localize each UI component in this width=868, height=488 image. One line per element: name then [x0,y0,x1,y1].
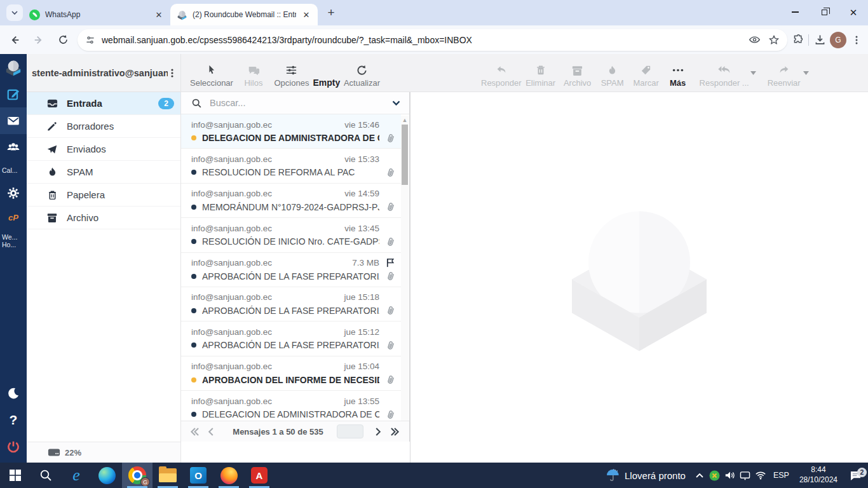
message-row[interactable]: info@sanjuan.gob.ec jue 13:55 DELEGACION… [181,391,401,421]
chrome-button[interactable]: G [122,463,153,488]
message-row[interactable]: info@sanjuan.gob.ec jue 15:12 APROBACIÓN… [181,322,401,356]
site-info-icon[interactable] [85,35,95,45]
flag-slot[interactable] [379,361,396,372]
restore-button[interactable] [810,0,839,24]
folder-papelera[interactable]: Papelera [27,184,180,207]
read-status-dot[interactable] [191,239,196,244]
refresh-button[interactable]: Actualizar [344,64,380,88]
spam-button[interactable]: SPAM [597,65,628,88]
notification-center-button[interactable]: 2 [843,470,868,481]
clock[interactable]: 8:44 28/10/2024 [794,465,843,485]
read-status-dot[interactable] [191,205,196,210]
browser-menu-icon[interactable] [851,35,862,45]
account-menu-icon[interactable] [168,68,177,78]
reading-mode-icon[interactable] [749,34,761,46]
profile-avatar[interactable]: G [830,32,846,48]
cpanel-nav-button[interactable]: cP [0,207,27,228]
new-tab-button[interactable]: + [323,4,339,21]
select-button[interactable]: Seleccionar [190,64,233,88]
volume-icon[interactable] [722,470,738,480]
help-button[interactable]: ? [0,407,27,433]
account-header[interactable]: stente-administrativo@sanjuan.gob.ec [27,54,180,92]
scroll-up-arrow[interactable]: ▲ [402,117,408,123]
wifi-icon[interactable] [753,471,768,480]
weather-widget[interactable]: Lloverá pronto [599,463,692,488]
flag-slot[interactable] [379,257,396,269]
threads-button[interactable]: Hilos [236,64,271,88]
flag-slot[interactable] [379,222,396,234]
minimize-button[interactable] [780,0,810,24]
taskbar-search-button[interactable] [31,463,61,488]
flag-slot[interactable] [379,395,396,407]
archive-button[interactable]: Archivo [560,65,595,88]
folder-entrada[interactable]: Entrada 2 [27,92,180,115]
start-button[interactable] [0,463,31,488]
antivirus-tray-icon[interactable] [707,470,722,481]
reply-all-button[interactable]: Responder ... [700,64,749,88]
search-bar[interactable] [181,92,409,114]
read-status-dot[interactable] [191,412,196,417]
message-row[interactable]: info@sanjuan.gob.ec vie 15:33 RESOLUCION… [181,149,401,183]
read-status-dot[interactable] [191,342,196,348]
search-options-chevron-icon[interactable] [392,100,400,106]
reload-button[interactable] [53,30,72,50]
message-row[interactable]: info@sanjuan.gob.ec vie 15:46 DELEGACION… [181,114,401,149]
calendar-nav-button[interactable]: Cal... [0,161,27,180]
acrobat-button[interactable]: A [244,463,275,488]
forward-button[interactable]: Reenviar [766,64,802,88]
tab-close-icon[interactable]: ✕ [154,10,164,20]
cast-screen-icon[interactable] [738,471,753,480]
prev-page-button[interactable] [203,428,219,436]
logout-button[interactable] [0,433,27,460]
folder-enviados[interactable]: Enviados [27,138,180,161]
read-status-dot[interactable] [191,170,196,175]
forward-caret[interactable] [803,71,809,88]
reply-all-caret[interactable] [750,71,756,88]
webhost-nav-button[interactable]: We... Ho... [0,228,27,254]
list-scrollbar[interactable]: ▲ [401,116,409,421]
mark-button[interactable]: Marcar [630,64,663,88]
first-page-button[interactable] [186,428,203,436]
folder-borradores[interactable]: Borradores [27,115,180,138]
read-status-dot[interactable] [191,377,196,383]
language-indicator[interactable]: ESP [768,471,794,480]
contacts-nav-button[interactable] [0,134,27,161]
flag-slot[interactable] [379,119,396,130]
dark-mode-button[interactable] [0,380,27,407]
message-row[interactable]: info@sanjuan.gob.ec vie 14:59 MEMORÁNDUM… [181,184,401,218]
edge-button[interactable] [92,463,122,488]
tray-expand-chevron-icon[interactable] [692,473,707,478]
close-button[interactable]: ✕ [839,0,868,24]
extensions-icon[interactable] [792,34,804,46]
next-page-button[interactable] [370,428,386,436]
search-input[interactable] [210,98,392,108]
message-row[interactable]: info@sanjuan.gob.ec jue 15:04 APROBACION… [181,356,401,391]
options-button[interactable]: Opciones [274,64,309,88]
file-explorer-button[interactable] [153,463,183,488]
tab-search-button[interactable] [6,4,23,21]
firefox-button[interactable] [214,463,244,488]
more-button[interactable]: Más [664,64,692,88]
flag-slot[interactable] [379,153,396,165]
message-row[interactable]: info@sanjuan.gob.ec jue 15:18 APROBACIÓN… [181,287,401,322]
downloads-icon[interactable] [814,34,826,46]
flag-slot[interactable] [379,292,396,303]
page-number-input[interactable] [337,424,363,438]
folder-archivo[interactable]: Archivo [27,207,180,229]
address-bar[interactable]: webmail.sanjuan.gob.ec/cpsess5986424213/… [78,29,787,51]
forward-button[interactable] [29,30,48,50]
tab-whatsapp[interactable]: WhatsApp ✕ [23,4,170,25]
folder-spam[interactable]: SPAM [27,161,180,184]
flag-slot[interactable] [379,188,396,200]
internet-explorer-button[interactable]: e [61,463,92,488]
back-button[interactable] [5,30,24,50]
reply-button[interactable]: Responder [481,64,522,88]
delete-button[interactable]: Eliminar [523,64,559,88]
mail-nav-button[interactable] [0,107,27,134]
read-status-dot[interactable] [191,135,196,140]
tab-close-icon[interactable]: ✕ [301,10,311,20]
message-row[interactable]: info@sanjuan.gob.ec 7.3 MB APROBACIÓN DE… [181,253,401,287]
outlook-button[interactable]: O [183,463,214,488]
read-status-dot[interactable] [191,274,196,279]
tab-roundcube[interactable]: (2) Roundcube Webmail :: Entra ✕ [170,4,318,25]
